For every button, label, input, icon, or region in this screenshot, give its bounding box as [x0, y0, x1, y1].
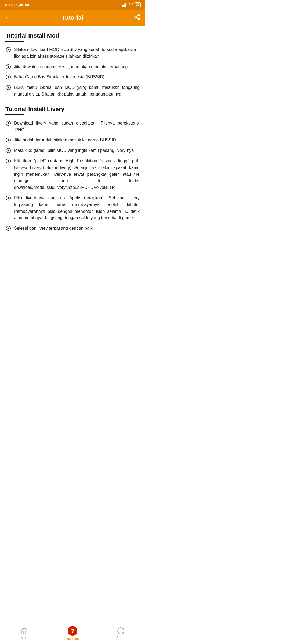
bullet-icon [5, 148, 11, 153]
share-button[interactable] [134, 13, 141, 22]
app-bar-title: Tutorial [62, 14, 83, 21]
status-bar: 13:50 | 1,4KB/d 23 [0, 0, 145, 10]
status-icons: 23 [122, 2, 141, 7]
bullet-icon [5, 64, 11, 70]
svg-point-17 [8, 87, 9, 89]
svg-point-27 [8, 197, 9, 199]
svg-rect-0 [122, 5, 123, 7]
svg-point-23 [8, 150, 9, 152]
bullet-icon [5, 120, 11, 126]
bullet-icon [5, 158, 11, 164]
svg-point-29 [8, 228, 9, 229]
main-content: Tutorial Install Mod Silakan download MO… [0, 26, 145, 245]
svg-rect-3 [125, 3, 126, 7]
list-item: Buka Game Bus Simulator Indonesia (BUSSI… [5, 74, 140, 80]
list-item: Jika download sudah selesai, mod akan ot… [5, 64, 140, 70]
svg-point-11 [8, 49, 9, 51]
wifi-icon [129, 3, 133, 7]
list-item: Download livery yang sudah disediakan, F… [5, 120, 140, 133]
svg-rect-1 [123, 5, 124, 7]
list-item: Jika sudah terunduh silakan masuk ke gam… [5, 137, 140, 144]
list-item: Masuk ke garasi, pilih MOD yang ingin ka… [5, 147, 140, 154]
svg-point-19 [8, 122, 9, 124]
livery-bullet-list: Download livery yang sudah disediakan, F… [5, 120, 140, 232]
svg-line-8 [136, 17, 138, 19]
bullet-icon [5, 74, 11, 80]
section-install-livery: Tutorial Install Livery Download livery … [5, 106, 140, 232]
list-item: Pilih livery-nya dan klik Apply (terapka… [5, 195, 140, 221]
svg-point-4 [130, 6, 131, 6]
content-wrapper: Tutorial Install Mod Silakan download MO… [0, 26, 145, 269]
app-bar: ← Tutorial [0, 10, 145, 26]
svg-point-25 [8, 160, 9, 162]
section-livery-divider [5, 114, 24, 115]
signal-icon [122, 3, 127, 7]
svg-point-13 [8, 66, 9, 68]
svg-point-21 [8, 139, 9, 141]
section-mod-title: Tutorial Install Mod [5, 32, 140, 39]
list-item: Klik ikon "palet" centang High Resolutio… [5, 158, 140, 191]
section-livery-title: Tutorial Install Livery [5, 106, 140, 113]
svg-line-9 [136, 15, 138, 16]
svg-point-15 [8, 76, 9, 78]
back-button[interactable]: ← [4, 14, 11, 22]
status-time-network: 13:50 | 1,4KB/d [4, 3, 29, 7]
list-item: Silakan download MOD BUSSID yang sudah t… [5, 46, 140, 60]
section-install-mod: Tutorial Install Mod Silakan download MO… [5, 32, 140, 98]
bullet-icon [5, 85, 11, 90]
mod-bullet-list: Silakan download MOD BUSSID yang sudah t… [5, 46, 140, 98]
bullet-icon [5, 195, 11, 201]
svg-rect-2 [124, 4, 125, 7]
bullet-icon [5, 137, 11, 143]
battery-icon: 23 [135, 2, 141, 7]
bullet-icon [5, 225, 11, 231]
bullet-icon [5, 47, 11, 53]
list-item: Buka menu Garasi dan MOD yang kamu masuk… [5, 84, 140, 98]
section-mod-divider [5, 41, 24, 42]
list-item: Selesai dan livery terpasang dengan baik… [5, 225, 140, 232]
